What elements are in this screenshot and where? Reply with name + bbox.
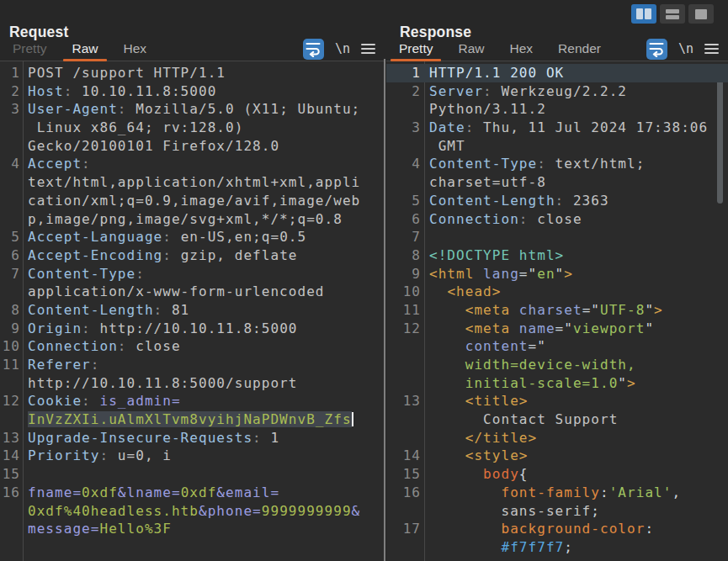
response-tab-hex[interactable]: Hex <box>497 37 546 61</box>
line-number: 5 <box>0 228 23 246</box>
code-line: initial-scale=1.0"> <box>386 374 728 393</box>
line-number: 5 <box>386 192 424 210</box>
code-line: 9Origin: http://10.10.11.8:5000 <box>0 320 385 338</box>
line-number: 4 <box>386 155 424 173</box>
line-number: 1 <box>0 64 23 82</box>
line-number: 9 <box>386 265 424 283</box>
code-line: 11 <meta charset="UTF-8"> <box>386 301 728 320</box>
request-tab-pretty[interactable]: Pretty <box>0 37 59 61</box>
code-line: Gecko/20100101 Firefox/128.0 <box>0 137 385 156</box>
line-number: 2 <box>386 82 424 101</box>
line-number: 16 <box>0 484 23 502</box>
word-wrap-icon[interactable] <box>646 39 667 60</box>
line-number: 12 <box>0 392 23 410</box>
line-number: 11 <box>0 356 23 374</box>
code-line: Linux x86_64; rv:128.0) <box>0 119 385 137</box>
code-line: content=" <box>386 337 728 356</box>
response-tab-raw[interactable]: Raw <box>445 37 497 61</box>
code-line: 1HTTP/1.1 200 OK <box>386 64 728 82</box>
code-line: application/x-www-form-urlencoded <box>0 283 385 301</box>
code-line: #f7f7f7; <box>386 538 728 557</box>
newline-toggle-icon[interactable]: \n <box>678 41 693 56</box>
response-tab-render[interactable]: Render <box>545 37 614 61</box>
line-number: 7 <box>386 228 424 246</box>
response-editor[interactable]: 1HTTP/1.1 200 OK2Server: Werkzeug/2.2.2P… <box>386 61 728 561</box>
line-number: 14 <box>0 447 23 465</box>
code-line: 10 <head> <box>386 283 728 301</box>
hamburger-menu-icon[interactable] <box>704 44 719 54</box>
request-tabbar: Pretty Raw Hex \n <box>0 37 385 61</box>
hamburger-menu-icon[interactable] <box>361 44 375 54</box>
code-line: 8Content-Length: 81 <box>0 301 385 320</box>
code-line: GMT <box>386 137 728 156</box>
line-number: 13 <box>0 429 23 447</box>
code-line: Contact Support <box>386 410 728 429</box>
code-line: 15 <box>0 465 385 484</box>
code-line: 16 font-family:'Arial', <box>386 484 728 502</box>
line-number: 10 <box>0 337 23 356</box>
code-line: Python/3.11.2 <box>386 100 728 119</box>
code-line: 0xdf%40headless.htb&phone=9999999999& <box>0 502 385 521</box>
panel-divider[interactable] <box>384 59 385 561</box>
code-line: 3User-Agent: Mozilla/5.0 (X11; Ubuntu; <box>0 100 385 119</box>
http-message-viewer: { "request": { "title": "Request", "tabs… <box>0 0 728 561</box>
response-tab-pretty[interactable]: Pretty <box>386 37 445 61</box>
code-line: 13 <title> <box>386 392 728 410</box>
code-line: 16fname=0xdf&lname=0xdf&email= <box>0 484 385 502</box>
code-line: p,image/png,image/svg+xml,*/*;q=0.8 <box>0 210 385 229</box>
code-line: </title> <box>386 429 728 447</box>
response-tab-icons: \n <box>646 37 728 61</box>
line-number: 14 <box>386 447 424 465</box>
code-line: 14Priority: u=0, i <box>0 447 385 465</box>
code-line: 13Upgrade-Insecure-Requests: 1 <box>0 429 385 447</box>
line-number: 1 <box>386 64 424 82</box>
code-line: 2Host: 10.10.11.8:5000 <box>0 82 385 101</box>
line-number: 3 <box>0 100 23 119</box>
request-editor[interactable]: 1POST /support HTTP/1.12Host: 10.10.11.8… <box>0 61 385 561</box>
code-line: 5Accept-Language: en-US,en;q=0.5 <box>0 228 385 246</box>
line-number: 12 <box>386 320 424 338</box>
request-tab-icons: \n <box>303 37 385 61</box>
code-line: 8<!DOCTYPE html> <box>386 246 728 265</box>
line-number: 8 <box>0 301 23 320</box>
line-number: 3 <box>386 119 424 137</box>
code-line: 5Content-Length: 2363 <box>386 192 728 210</box>
code-line: 15 body{ <box>386 465 728 484</box>
line-number: 6 <box>0 246 23 265</box>
code-line: 14 <style> <box>386 447 728 465</box>
response-panel: Response Pretty Raw Hex Render \n 1HTTP/… <box>386 0 728 561</box>
line-number: 10 <box>386 283 424 301</box>
code-line: 12 <meta name="viewport" <box>386 320 728 338</box>
line-number: 11 <box>386 301 424 320</box>
newline-toggle-icon[interactable]: \n <box>335 41 350 56</box>
response-tabbar: Pretty Raw Hex Render \n <box>386 37 728 61</box>
line-number: 9 <box>0 320 23 338</box>
code-line: text/html,application/xhtml+xml,appli <box>0 173 385 192</box>
line-number: 16 <box>386 484 424 502</box>
line-number: 17 <box>386 520 424 538</box>
code-line: 3Date: Thu, 11 Jul 2024 17:38:06 <box>386 119 728 137</box>
code-line: sans-serif; <box>386 502 728 521</box>
code-line: 2Server: Werkzeug/2.2.2 <box>386 82 728 101</box>
code-line: width=device-width, <box>386 356 728 374</box>
line-number: 6 <box>386 210 424 229</box>
code-line: message=Hello%3F <box>0 520 385 538</box>
word-wrap-icon[interactable] <box>303 39 324 60</box>
request-tab-raw[interactable]: Raw <box>59 37 110 61</box>
code-line: 12Cookie: is_admin= <box>0 392 385 410</box>
line-number: 15 <box>386 465 424 484</box>
code-line: 10Connection: close <box>0 337 385 356</box>
code-line: 7Content-Type: <box>0 265 385 283</box>
code-line: InVzZXIi.uAlmXlTvm8vyihjNaPDWnvB_Zfs <box>0 410 385 429</box>
code-line: 4Content-Type: text/html; <box>386 155 728 173</box>
line-number: 4 <box>0 155 23 173</box>
line-number: 8 <box>386 246 424 265</box>
code-line: 4Accept: <box>0 155 385 173</box>
request-tab-hex[interactable]: Hex <box>111 37 160 61</box>
code-line: 1POST /support HTTP/1.1 <box>0 64 385 82</box>
code-line: cation/xml;q=0.9,image/avif,image/web <box>0 192 385 210</box>
line-number: 15 <box>0 465 23 484</box>
code-line: 6Connection: close <box>386 210 728 229</box>
request-panel: Request Pretty Raw Hex \n 1POST /support… <box>0 0 385 561</box>
code-line: charset=utf-8 <box>386 173 728 192</box>
